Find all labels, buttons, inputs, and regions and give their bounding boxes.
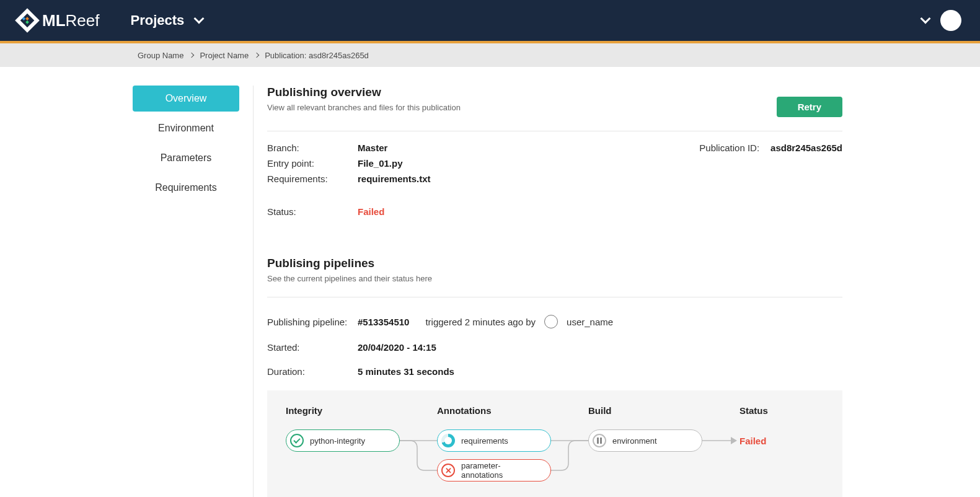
branch-value: Master xyxy=(358,143,387,153)
check-icon xyxy=(290,434,304,447)
started-label: Started: xyxy=(267,342,358,353)
overview-header: Publishing overview View all relevant br… xyxy=(267,86,842,117)
divider xyxy=(267,297,842,297)
duration-value: 5 minutes 31 seconds xyxy=(358,366,454,377)
topbar-dropdown-icon[interactable] xyxy=(920,14,931,24)
entry-value: File_01.py xyxy=(358,158,403,169)
nav-projects-label: Projects xyxy=(130,12,184,29)
side-tabs: Overview Environment Parameters Requirem… xyxy=(133,86,239,497)
stages-box: Integrity Annotations Build Status xyxy=(267,390,842,497)
topbar-right xyxy=(922,10,961,31)
job-requirements[interactable]: requirements xyxy=(437,429,551,452)
tab-environment[interactable]: Environment xyxy=(133,115,239,141)
chevron-down-icon xyxy=(194,14,205,24)
x-icon: ✕ xyxy=(441,464,455,477)
chevron-right-icon xyxy=(254,53,259,58)
user-avatar-icon[interactable] xyxy=(544,315,558,328)
pipeline-value: #513354510 xyxy=(358,317,409,327)
pipeline-info: Publishing pipeline: #513354510 triggere… xyxy=(267,315,842,377)
breadcrumb-group[interactable]: Group Name xyxy=(138,51,183,60)
status-value: Failed xyxy=(358,206,384,217)
stage-build-title: Build xyxy=(588,405,739,416)
retry-button[interactable]: Retry xyxy=(777,97,842,117)
username[interactable]: user_name xyxy=(567,317,613,327)
job-label: requirements xyxy=(461,436,508,446)
divider xyxy=(267,131,842,131)
page-body: Overview Environment Parameters Requirem… xyxy=(0,67,980,497)
job-label: parameter-annotations xyxy=(461,461,542,480)
breadcrumb: Group Name Project Name Publication: asd… xyxy=(0,43,980,67)
brand-suffix: Reef xyxy=(66,11,100,30)
progress-icon xyxy=(441,434,455,447)
job-label: environment xyxy=(612,436,657,446)
pipelines-title: Publising pipelines xyxy=(267,257,842,270)
main-content: Publishing overview View all relevant br… xyxy=(253,86,842,497)
topbar: MLReef Projects xyxy=(0,0,980,41)
job-label: python-integrity xyxy=(310,436,365,446)
final-status: Failed xyxy=(739,436,766,446)
overview-subtitle: View all relevant branches and files for… xyxy=(267,103,461,112)
pause-icon xyxy=(593,434,606,447)
branch-label: Branch: xyxy=(267,143,358,153)
breadcrumb-page: Publication: asd8r245as265d xyxy=(265,51,369,60)
stage-integrity-title: Integrity xyxy=(286,405,437,416)
avatar[interactable] xyxy=(940,10,961,31)
job-environment[interactable]: environment xyxy=(588,429,702,452)
pipeline-label: Publishing pipeline: xyxy=(267,317,358,327)
started-value: 20/04/2020 - 14:15 xyxy=(358,342,436,353)
logo[interactable]: MLReef xyxy=(19,11,99,30)
tab-parameters[interactable]: Parameters xyxy=(133,145,239,171)
brand-prefix: ML xyxy=(42,11,66,30)
overview-info: Branch: Master Entry point: File_01.py R… xyxy=(267,143,842,222)
tab-overview[interactable]: Overview xyxy=(133,86,239,112)
pipelines-subtitle: See the current pipelines and their stat… xyxy=(267,274,842,283)
stages-header: Integrity Annotations Build Status xyxy=(286,405,824,416)
tab-requirements[interactable]: Requirements xyxy=(133,175,239,201)
breadcrumb-project[interactable]: Project Name xyxy=(200,51,249,60)
requirements-label: Requirements: xyxy=(267,174,358,184)
stages-body: python-integrity requirements ✕ paramete… xyxy=(286,429,824,489)
publication-id-block: Publication ID: asd8r245as265d xyxy=(699,143,842,222)
logo-icon xyxy=(15,8,40,33)
overview-title: Publishing overview xyxy=(267,86,461,99)
status-label: Status: xyxy=(267,206,358,217)
requirements-value: requirements.txt xyxy=(358,174,431,184)
entry-label: Entry point: xyxy=(267,158,358,169)
duration-label: Duration: xyxy=(267,366,358,377)
pubid-value: asd8r245as265d xyxy=(770,143,842,222)
stage-annotations-title: Annotations xyxy=(437,405,588,416)
pubid-label: Publication ID: xyxy=(699,143,759,222)
pipelines-section: Publising pipelines See the current pipe… xyxy=(267,257,842,497)
nav-projects[interactable]: Projects xyxy=(130,12,203,29)
triggered-text: triggered 2 minutes ago by xyxy=(425,317,536,327)
chevron-right-icon xyxy=(189,53,194,58)
job-python-integrity[interactable]: python-integrity xyxy=(286,429,400,452)
job-parameter-annotations[interactable]: ✕ parameter-annotations xyxy=(437,459,551,482)
stage-status-title: Status xyxy=(739,405,814,416)
